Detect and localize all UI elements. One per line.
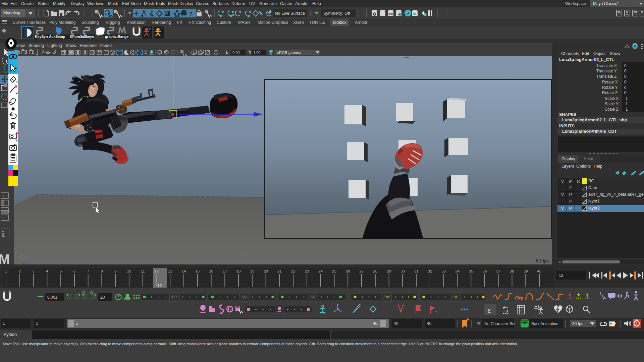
- svg-text:KFproS: KFproS: [70, 35, 83, 39]
- svg-text:22: 22: [291, 269, 296, 273]
- svg-text:31: 31: [414, 269, 419, 273]
- svg-text:8: 8: [101, 269, 103, 273]
- svg-text:TW: TW: [384, 295, 390, 299]
- svg-text:4: 4: [46, 269, 48, 273]
- svg-text:Range: Range: [118, 35, 128, 39]
- svg-text:IPR: IPR: [388, 13, 393, 16]
- svg-text:16: 16: [209, 269, 213, 273]
- svg-text:z: z: [27, 259, 29, 263]
- svg-text:0.00: 0.00: [232, 51, 239, 55]
- svg-text:3: 3: [32, 269, 34, 273]
- svg-text:+: +: [2, 194, 4, 198]
- svg-text:BE: BE: [453, 295, 459, 299]
- svg-text:ε: ε: [487, 305, 491, 315]
- svg-text:SB: SB: [242, 295, 247, 299]
- svg-text:14: 14: [182, 269, 186, 273]
- svg-text:+: +: [161, 26, 163, 30]
- svg-text:29: 29: [387, 269, 391, 273]
- svg-text:No Live Surface: No Live Surface: [275, 11, 305, 16]
- svg-text:GB: GB: [269, 51, 274, 54]
- svg-text:y: y: [20, 253, 23, 257]
- svg-text:BaseAnimation: BaseAnimation: [531, 321, 558, 326]
- svg-text:SL: SL: [311, 295, 315, 299]
- svg-text:2: 2: [19, 269, 21, 273]
- svg-text:15: 15: [195, 269, 200, 273]
- svg-text:PP: PP: [172, 295, 177, 299]
- svg-text:23: 23: [305, 269, 309, 273]
- svg-text:40: 40: [537, 269, 542, 273]
- svg-text:10: 10: [127, 269, 131, 273]
- svg-text:27: 27: [360, 269, 364, 273]
- svg-text:0.001: 0.001: [47, 295, 57, 300]
- svg-text:9: 9: [114, 269, 116, 273]
- svg-text:x: x: [23, 261, 25, 264]
- svg-text:?: ?: [189, 11, 193, 17]
- svg-text:28: 28: [373, 269, 377, 273]
- svg-text:T: T: [105, 51, 107, 54]
- svg-text:6: 6: [73, 269, 75, 273]
- svg-text:20: 20: [264, 269, 268, 273]
- svg-text:37: 37: [496, 269, 500, 273]
- svg-text:30 fps: 30 fps: [572, 321, 583, 326]
- svg-text:21: 21: [277, 269, 282, 273]
- svg-text:26: 26: [346, 269, 350, 273]
- svg-text:5.7 fps: 5.7 fps: [536, 259, 549, 263]
- svg-text:allkeys: allkeys: [82, 35, 94, 39]
- svg-text:36: 36: [483, 269, 487, 273]
- svg-text:33: 33: [441, 269, 446, 273]
- svg-text:19: 19: [250, 269, 255, 273]
- svg-text:24: 24: [318, 269, 323, 273]
- svg-text:12: 12: [559, 273, 564, 278]
- svg-text:No Character Set: No Character Set: [484, 321, 516, 326]
- svg-text:KeySyn: KeySyn: [35, 35, 48, 39]
- svg-text:1.00: 1.00: [253, 51, 260, 55]
- svg-text:1: 1: [5, 269, 7, 273]
- svg-text:12: 12: [154, 269, 159, 273]
- svg-text:11: 11: [141, 269, 145, 273]
- svg-text:30: 30: [400, 269, 405, 273]
- svg-text:39: 39: [524, 269, 528, 273]
- svg-text:38: 38: [510, 269, 514, 273]
- svg-text:7: 7: [87, 269, 89, 273]
- svg-text:5: 5: [60, 269, 62, 273]
- svg-text:20: 20: [100, 295, 105, 300]
- svg-text:35: 35: [469, 269, 473, 273]
- svg-text:18: 18: [236, 269, 241, 273]
- svg-text:34: 34: [455, 269, 460, 273]
- svg-text:1: 1: [599, 291, 602, 296]
- svg-text:sRGB gamma: sRGB gamma: [277, 51, 302, 55]
- svg-text:17: 17: [223, 269, 227, 273]
- svg-text:13: 13: [168, 269, 172, 273]
- svg-text:AckSetup: AckSetup: [49, 35, 65, 39]
- svg-text:M: M: [0, 252, 10, 264]
- svg-text:Symmetry: Off: Symmetry: Off: [323, 11, 350, 16]
- svg-text:25: 25: [332, 269, 336, 273]
- svg-text:32: 32: [428, 269, 432, 273]
- svg-text:12: 12: [158, 284, 162, 288]
- svg-text:graphzc: graphzc: [105, 35, 118, 39]
